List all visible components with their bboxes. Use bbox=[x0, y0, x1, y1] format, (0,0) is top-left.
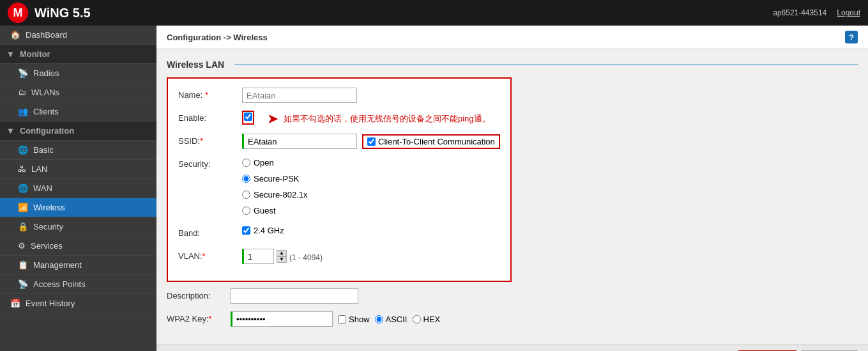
sidebar-label-clients: Clients bbox=[33, 107, 59, 116]
sidebar-label-wireless: Wireless bbox=[33, 203, 65, 212]
security-option-open: Open bbox=[242, 158, 274, 168]
radio-guest[interactable] bbox=[242, 207, 250, 215]
breadcrumb-bar: Configuration -> Wireless ? bbox=[156, 26, 868, 49]
ascii-label: ASCII bbox=[386, 315, 407, 324]
header-right: ap6521-443514 Logout bbox=[773, 8, 860, 17]
ssid-value: Client-To-Client Communication bbox=[242, 134, 500, 149]
sidebar-label-basic: Basic bbox=[33, 145, 54, 155]
sidebar-item-security[interactable]: 🔒 Security bbox=[0, 217, 156, 237]
basic-icon: 🌐 bbox=[18, 145, 28, 155]
sidebar-item-basic[interactable]: 🌐 Basic bbox=[0, 141, 156, 160]
form-row-description: Description: bbox=[167, 288, 858, 305]
show-password-wrap: Show bbox=[338, 315, 370, 324]
security-options: Open Secure-PSK Secure-802.1x bbox=[242, 157, 500, 219]
section-title: Wireless LAN bbox=[167, 59, 858, 70]
annotation-arrow-area: ➤ 如果不勾选的话，使用无线信号的设备之间不能ping通。 bbox=[267, 111, 491, 127]
enable-label: Enable: bbox=[178, 111, 242, 123]
sidebar-item-access-points[interactable]: 📡 Access Points bbox=[0, 275, 156, 294]
header: M WiNG 5.5 ap6521-443514 Logout bbox=[0, 0, 868, 26]
management-icon: 📋 bbox=[18, 260, 28, 270]
name-input[interactable] bbox=[242, 88, 357, 103]
vlan-spinner: ▲ ▼ bbox=[277, 250, 287, 263]
app-title: WiNG 5.5 bbox=[34, 6, 91, 20]
band-text: 2.4 GHz bbox=[254, 226, 284, 235]
enable-checkbox[interactable] bbox=[244, 113, 252, 121]
vlan-label: VLAN:* bbox=[178, 249, 242, 261]
arrow-right-icon: ➤ bbox=[267, 111, 278, 127]
sidebar-label-access-points: Access Points bbox=[33, 279, 86, 289]
help-button[interactable]: ? bbox=[845, 31, 858, 43]
sidebar-label-radios: Radios bbox=[33, 68, 59, 78]
name-value bbox=[242, 88, 500, 103]
hex-option: HEX bbox=[413, 315, 441, 324]
form-row-wpa2: WPA2 Key:* Show ASCII HEX bbox=[167, 311, 858, 328]
sidebar-item-dashboard[interactable]: 🏠 DashBoard bbox=[0, 26, 156, 45]
dashboard-icon: 🏠 bbox=[10, 30, 20, 40]
radio-guest-label: Guest bbox=[254, 206, 276, 215]
sidebar-item-event-history[interactable]: 📅 Event History bbox=[0, 294, 156, 313]
sidebar-label-dashboard: DashBoard bbox=[26, 30, 67, 40]
device-name: ap6521-443514 bbox=[773, 8, 826, 17]
sidebar-item-management[interactable]: 📋 Management bbox=[0, 256, 156, 275]
radio-hex[interactable] bbox=[413, 315, 421, 324]
enable-value: ➤ 如果不勾选的话，使用无线信号的设备之间不能ping通。 bbox=[242, 111, 500, 127]
logout-button[interactable]: Logout bbox=[837, 8, 860, 17]
band-label: Band: bbox=[178, 226, 242, 238]
breadcrumb: Configuration -> Wireless bbox=[167, 33, 268, 42]
radios-icon: 📡 bbox=[18, 68, 28, 78]
sidebar-item-wlans[interactable]: 🗂 WLANs bbox=[0, 83, 156, 102]
sidebar-item-lan[interactable]: 🖧 LAN bbox=[0, 160, 156, 179]
hex-label: HEX bbox=[423, 315, 441, 324]
show-checkbox[interactable] bbox=[338, 315, 346, 324]
wpa2-input[interactable] bbox=[231, 311, 333, 327]
description-input[interactable] bbox=[231, 288, 358, 304]
sidebar-label-services: Services bbox=[31, 241, 63, 251]
security-option-secure-802: Secure-802.1x bbox=[242, 190, 308, 199]
form-row-vlan: VLAN:* ▲ ▼ (1 - 4094) bbox=[178, 249, 500, 265]
band-checkbox[interactable] bbox=[242, 226, 250, 235]
vlan-down-button[interactable]: ▼ bbox=[277, 256, 287, 263]
sidebar-label-management: Management bbox=[33, 260, 82, 270]
security-icon: 🔒 bbox=[18, 222, 28, 231]
sidebar-item-clients[interactable]: 👥 Clients bbox=[0, 102, 156, 121]
monitor-triangle-icon: ▼ bbox=[6, 49, 15, 59]
sidebar-label-security: Security bbox=[33, 222, 63, 231]
wan-icon: 🌐 bbox=[18, 183, 28, 193]
wpa2-label: WPA2 Key:* bbox=[167, 311, 231, 324]
client-to-client-checkbox[interactable] bbox=[367, 137, 376, 146]
radio-open[interactable] bbox=[242, 159, 250, 167]
security-label: Security: bbox=[178, 157, 242, 169]
name-label: Name: * bbox=[178, 88, 242, 100]
form-row-ssid: SSID:* Client-To-Client Communication bbox=[178, 134, 500, 150]
description-value bbox=[231, 288, 858, 304]
annotation-text: 如果不勾选的话，使用无线信号的设备之间不能ping通。 bbox=[284, 113, 491, 125]
sidebar-label-lan: LAN bbox=[31, 164, 47, 174]
sidebar-section-configuration[interactable]: ▼ Configuration bbox=[0, 121, 156, 141]
vlan-input[interactable] bbox=[242, 249, 274, 264]
sidebar-section-monitor[interactable]: ▼ Monitor bbox=[0, 45, 156, 64]
sidebar-label-configuration: Configuration bbox=[20, 126, 74, 136]
main-layout: 🏠 DashBoard ▼ Monitor 📡 Radios 🗂 WLANs 👥… bbox=[0, 26, 868, 351]
access-points-icon: 📡 bbox=[18, 279, 28, 289]
wpa2-value: Show ASCII HEX bbox=[231, 311, 858, 327]
sidebar-item-wan[interactable]: 🌐 WAN bbox=[0, 179, 156, 198]
ssid-input[interactable] bbox=[242, 134, 357, 149]
sidebar-item-wireless[interactable]: 📶 Wireless bbox=[0, 198, 156, 217]
radio-ascii[interactable] bbox=[375, 315, 383, 324]
sidebar-item-services[interactable]: ⚙ Services bbox=[0, 237, 156, 256]
lan-icon: 🖧 bbox=[18, 164, 26, 174]
band-value: 2.4 GHz bbox=[242, 226, 500, 235]
security-option-secure-psk: Secure-PSK bbox=[242, 174, 300, 183]
radio-secure-802[interactable] bbox=[242, 191, 250, 199]
vlan-range: (1 - 4094) bbox=[289, 251, 323, 262]
vlan-up-button[interactable]: ▲ bbox=[277, 250, 287, 256]
form-row-name: Name: * bbox=[178, 88, 500, 104]
form-area: Wireless LAN Name: * bbox=[156, 49, 868, 345]
vlan-value: ▲ ▼ (1 - 4094) bbox=[242, 249, 500, 264]
sidebar-label-monitor: Monitor bbox=[20, 49, 50, 59]
radio-secure-psk[interactable] bbox=[242, 175, 250, 183]
sidebar-item-radios[interactable]: 📡 Radios bbox=[0, 64, 156, 83]
services-icon: ⚙ bbox=[18, 241, 26, 251]
show-label: Show bbox=[349, 315, 370, 324]
radio-secure-802-label: Secure-802.1x bbox=[254, 190, 308, 199]
